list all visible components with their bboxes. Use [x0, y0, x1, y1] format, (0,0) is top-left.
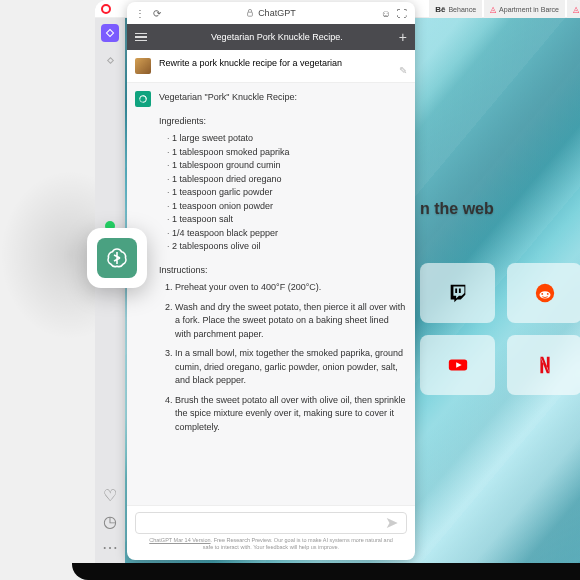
airbnb-icon: ◬ — [490, 5, 496, 14]
panel-menu-icon[interactable]: ⋮ — [135, 8, 145, 19]
lock-icon — [246, 9, 254, 17]
chatgpt-avatar-icon — [135, 91, 151, 107]
list-item: 1/4 teaspoon black pepper — [167, 227, 407, 241]
tab-label: Apartment in Barce — [499, 6, 559, 13]
sidebar-history-icon[interactable]: ◷ — [102, 513, 118, 529]
instructions-list: Preheat your oven to 400°F (200°C). Wash… — [159, 281, 407, 434]
list-item: Preheat your oven to 400°F (200°C). — [175, 281, 407, 295]
behance-icon: Bē — [435, 5, 445, 14]
fine-print: ChatGPT Mar 14 Version. Free Research Pr… — [135, 534, 407, 554]
list-item: 1 tablespoon ground cumin — [167, 159, 407, 173]
list-item: 1 teaspoon garlic powder — [167, 186, 407, 200]
tab-label: Behance — [448, 6, 476, 13]
user-message-text: Rewrite a pork knuckle recipe for a vege… — [159, 58, 342, 68]
tab-behance[interactable]: BēBehance — [429, 0, 482, 18]
chatgpt-logo-icon — [105, 246, 129, 270]
list-item: 1 large sweet potato — [167, 132, 407, 146]
svg-rect-6 — [248, 12, 253, 16]
chat-input[interactable]: ➤ — [135, 512, 407, 534]
netflix-icon — [534, 354, 556, 376]
svg-point-3 — [541, 293, 543, 295]
assistant-message: Vegetarian "Pork" Knuckle Recipe: Ingred… — [127, 83, 415, 505]
list-item: 1 tablespoon smoked paprika — [167, 146, 407, 160]
send-icon[interactable]: ➤ — [385, 513, 398, 532]
speed-dial-grid — [420, 263, 580, 395]
tab-airbnb[interactable]: ◬Apartment in Barce — [484, 0, 565, 18]
speeddial-reddit[interactable] — [507, 263, 580, 323]
speeddial-twitch[interactable] — [420, 263, 495, 323]
list-item: 1 teaspoon salt — [167, 213, 407, 227]
list-item: Wash and dry the sweet potato, then pier… — [175, 301, 407, 342]
new-chat-button[interactable]: + — [399, 29, 407, 45]
chatgpt-launcher-bubble[interactable] — [87, 228, 147, 288]
sidebar-aria-icon[interactable] — [101, 24, 119, 42]
svg-point-4 — [546, 293, 548, 295]
panel-toolbar: ⋮ ⟳ ChatGPT ☺ ⛶ — [127, 2, 415, 24]
reddit-icon — [534, 282, 556, 304]
chatgpt-panel: ⋮ ⟳ ChatGPT ☺ ⛶ Vegetarian Pork Knuckle … — [127, 2, 415, 560]
ingredients-list: 1 large sweet potato 1 tablespoon smoked… — [159, 132, 407, 254]
device-frame-bottom — [72, 563, 580, 580]
bubble-shadow — [0, 170, 100, 340]
ingredients-label: Ingredients: — [159, 115, 407, 129]
airbnb-icon: ◬ — [573, 5, 579, 14]
conversation-header: Vegetarian Pork Knuckle Recipe. + — [127, 24, 415, 50]
user-avatar — [135, 58, 151, 74]
list-item: 1 tablespoon dried oregano — [167, 173, 407, 187]
list-item: Brush the sweet potato all over with oli… — [175, 394, 407, 435]
site-label: ChatGPT — [258, 8, 296, 18]
speeddial-youtube[interactable] — [420, 335, 495, 395]
panel-smiley-icon[interactable]: ☺ — [381, 8, 391, 19]
hamburger-icon[interactable] — [135, 33, 147, 42]
assistant-body: Vegetarian "Pork" Knuckle Recipe: Ingred… — [159, 91, 407, 497]
sidebar-item-1[interactable] — [102, 52, 118, 68]
search-teaser: n the web — [420, 200, 494, 218]
instructions-label: Instructions: — [159, 264, 407, 278]
panel-reload-icon[interactable]: ⟳ — [153, 8, 161, 19]
list-item: 1 teaspoon onion powder — [167, 200, 407, 214]
panel-address[interactable]: ChatGPT — [246, 8, 296, 18]
browser-sidebar: ♡ ◷ ⋯ — [95, 18, 125, 563]
tab-airbnb-2[interactable]: ◬ — [567, 0, 580, 18]
tab-strip: BēBehance ◬Apartment in Barce ◬ — [429, 0, 580, 18]
version-link[interactable]: ChatGPT Mar 14 Version — [149, 537, 210, 543]
conversation-title: Vegetarian Pork Knuckle Recipe. — [155, 32, 399, 42]
panel-expand-icon[interactable]: ⛶ — [397, 8, 407, 19]
list-item: 2 tablespoons olive oil — [167, 240, 407, 254]
youtube-icon — [447, 354, 469, 376]
user-message: Rewrite a pork knuckle recipe for a vege… — [127, 50, 415, 83]
recipe-title: Vegetarian "Pork" Knuckle Recipe: — [159, 91, 407, 105]
edit-icon[interactable]: ✎ — [399, 65, 407, 76]
opera-logo-icon[interactable] — [101, 4, 111, 14]
fine-print-text: . Free Research Preview. Our goal is to … — [203, 537, 393, 550]
speeddial-netflix[interactable] — [507, 335, 580, 395]
list-item: In a small bowl, mix together the smoked… — [175, 347, 407, 388]
sidebar-more-icon[interactable]: ⋯ — [102, 539, 118, 555]
chat-input-area: ➤ ChatGPT Mar 14 Version. Free Research … — [127, 505, 415, 560]
sidebar-heart-icon[interactable]: ♡ — [102, 487, 118, 503]
twitch-icon — [447, 282, 469, 304]
